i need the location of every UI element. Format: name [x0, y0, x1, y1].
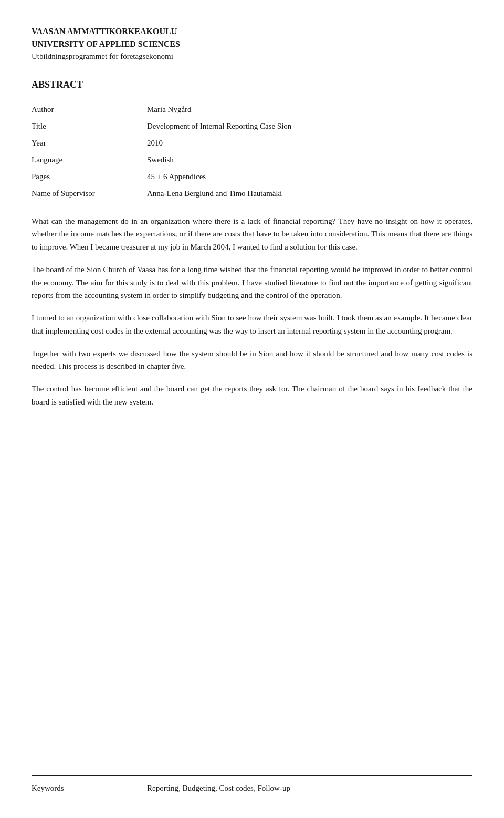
title-value: Development of Internal Reporting Case S… — [147, 118, 472, 134]
author-value: Maria Nygård — [147, 101, 472, 118]
pages-label: Pages — [32, 168, 147, 185]
institution-line1: VAASAN AMMATTIKORKEAKOULU — [32, 25, 472, 38]
language-label: Language — [32, 151, 147, 168]
meta-year-row: Year 2010 — [32, 134, 472, 151]
supervisor-label: Name of Supervisor — [32, 185, 147, 202]
body-paragraph4: Together with two experts we discussed h… — [32, 347, 472, 374]
meta-table: Author Maria Nygård Title Development of… — [32, 101, 472, 202]
meta-divider — [32, 206, 472, 206]
body-paragraph1: What can the management do in an organiz… — [32, 215, 472, 254]
meta-title-row: Title Development of Internal Reporting … — [32, 118, 472, 134]
meta-supervisor-row: Name of Supervisor Anna-Lena Berglund an… — [32, 185, 472, 202]
meta-language-row: Language Swedish — [32, 151, 472, 168]
year-value: 2010 — [147, 134, 472, 151]
author-label: Author — [32, 101, 147, 118]
supervisor-value: Anna-Lena Berglund and Timo Hautamäki — [147, 185, 472, 202]
meta-pages-row: Pages 45 + 6 Appendices — [32, 168, 472, 185]
footer-divider — [32, 775, 472, 776]
footer-row: Keywords Reporting, Budgeting, Cost code… — [32, 784, 472, 793]
pages-value: 45 + 6 Appendices — [147, 168, 472, 185]
meta-author-row: Author Maria Nygård — [32, 101, 472, 118]
institution-header: VAASAN AMMATTIKORKEAKOULU UNIVERSITY OF … — [32, 25, 472, 63]
keywords-label: Keywords — [32, 784, 147, 793]
year-label: Year — [32, 134, 147, 151]
body-paragraph3: I turned to an organization with close c… — [32, 312, 472, 338]
page: VAASAN AMMATTIKORKEAKOULU UNIVERSITY OF … — [0, 0, 504, 818]
abstract-heading: ABSTRACT — [32, 79, 472, 90]
body-paragraph5: The control has become efficient and the… — [32, 382, 472, 409]
language-value: Swedish — [147, 151, 472, 168]
body-text: What can the management do in an organiz… — [32, 215, 472, 409]
institution-line3: Utbildningsprogrammet för företagsekonom… — [32, 50, 472, 63]
institution-line2: UNIVERSITY OF APPLIED SCIENCES — [32, 38, 472, 50]
title-label: Title — [32, 118, 147, 134]
keywords-value: Reporting, Budgeting, Cost codes, Follow… — [147, 784, 472, 793]
body-paragraph2: The board of the Sion Church of Vaasa ha… — [32, 263, 472, 302]
